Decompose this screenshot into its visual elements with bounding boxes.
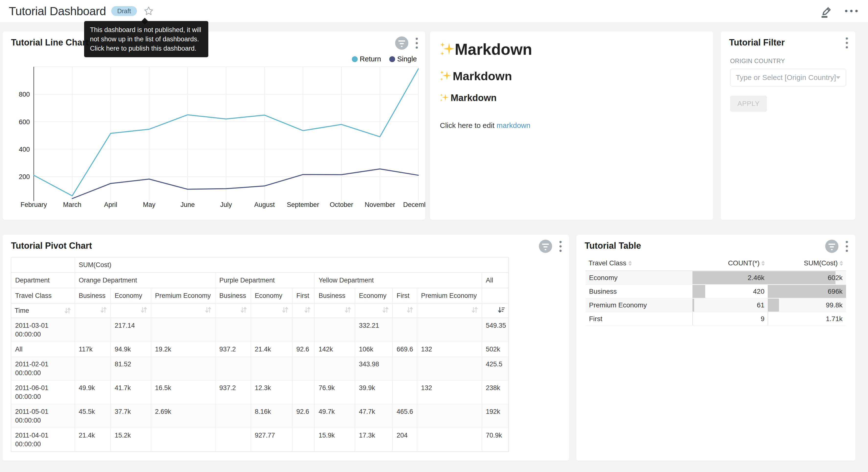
pivot-cell: 502k [482, 342, 508, 357]
markdown-h3: Markdown [440, 93, 703, 103]
table-row[interactable]: Business420696k [586, 285, 846, 298]
pivot-chart-title: Tutorial Pivot Chart [11, 241, 92, 251]
svg-text:June: June [181, 201, 195, 208]
pivot-cell [292, 381, 315, 404]
pivot-cell [215, 357, 251, 381]
sort-icon[interactable] [471, 306, 478, 314]
pivot-row-label: 2011-04-01 00:00:00 [11, 428, 75, 452]
pivot-cell [151, 357, 215, 381]
pivot-cell [417, 318, 482, 342]
page-title: Tutorial Dashboard [9, 4, 106, 18]
svg-text:200: 200 [19, 173, 30, 180]
pivot-department-row: Department Orange Department Purple Depa… [11, 273, 508, 288]
sort-icon[interactable] [382, 306, 389, 314]
markdown-paragraph: Click here to edit markdown [440, 121, 703, 129]
pivot-cell [393, 357, 417, 381]
column-header-travel-class[interactable]: Travel Class [586, 256, 692, 271]
sort-icon[interactable] [240, 306, 247, 314]
line-chart-canvas[interactable]: 200400600800FebruaryMarchAprilMayJuneJul… [11, 56, 425, 217]
select-placeholder: Type or Select [Origin Country] [736, 73, 836, 82]
svg-text:800: 800 [19, 91, 30, 98]
pivot-metric-row: SUM(Cost) [11, 258, 508, 273]
cell-value: 99.8k [771, 301, 843, 309]
table-row[interactable]: First91.71k [586, 312, 846, 326]
pivot-row: 2011-06-01 00:00:0049.9k41.7k16.5k937.21… [11, 381, 508, 404]
pivot-cell [151, 318, 215, 342]
pivot-cell [417, 404, 482, 428]
pivot-cell: 19.2k [151, 342, 215, 357]
sort-descending-active-icon[interactable] [498, 306, 505, 314]
pivot-cell [417, 428, 482, 452]
pivot-cell: 238k [482, 381, 508, 404]
apply-button[interactable]: APPLY [730, 96, 767, 112]
value-bar [692, 299, 694, 312]
svg-text:July: July [220, 201, 232, 208]
svg-text:April: April [104, 201, 117, 208]
pivot-row: 2011-04-01 00:00:0021.4k15.2k927.7715.9k… [11, 428, 508, 452]
pivot-cell: 92.6 [292, 404, 315, 428]
publish-tooltip: This dashboard is not published, it will… [84, 21, 208, 57]
sort-icon[interactable] [64, 307, 71, 314]
cross-filter-icon[interactable] [395, 36, 408, 50]
sort-icon[interactable] [406, 306, 413, 314]
pivot-cell: 117k [75, 342, 111, 357]
sort-icon[interactable] [205, 306, 212, 314]
dashboard-header: Tutorial Dashboard Draft [0, 0, 868, 22]
column-header-sum-cost[interactable]: SUM(Cost) [768, 256, 846, 271]
pivot-cell: 204 [393, 428, 417, 452]
draft-status-badge[interactable]: Draft [111, 6, 137, 16]
sort-icon[interactable] [344, 306, 351, 314]
pivot-cell: 549.35 [482, 318, 508, 342]
pivot-row-label: All [11, 342, 75, 357]
table-row[interactable]: Economy2.46k602k [586, 271, 846, 285]
edit-dashboard-icon[interactable] [819, 4, 833, 18]
sort-carets-icon [762, 261, 765, 266]
pivot-cell: 332.21 [355, 318, 393, 342]
pivot-table: SUM(Cost) Department Orange Department P… [11, 257, 509, 452]
pivot-cell: 70.9k [482, 428, 508, 452]
cross-filter-icon[interactable] [825, 240, 838, 253]
column-header-count[interactable]: COUNT(*) [692, 256, 768, 271]
edit-markdown-link[interactable]: markdown [497, 121, 530, 129]
origin-country-select[interactable]: Type or Select [Origin Country] [730, 69, 846, 86]
pivot-row: 2011-03-01 00:00:00217.14332.21549.35 [11, 318, 508, 342]
sort-icon[interactable] [140, 306, 148, 314]
pivot-cell: 17.3k [355, 428, 393, 452]
markdown-panel: Markdown Markdown Markdown Click here to… [430, 32, 713, 220]
pivot-travel-class-row: Travel Class Business Economy Premium Ec… [11, 288, 508, 304]
pivot-time-label: Time [15, 306, 29, 315]
chart-kebab-menu-icon[interactable] [415, 37, 419, 50]
pivot-cell [292, 318, 315, 342]
cell-value: 9 [696, 315, 765, 323]
sort-icon[interactable] [304, 306, 311, 314]
chart-kebab-menu-icon[interactable] [558, 240, 563, 253]
pivot-cell: 92.6 [292, 342, 315, 357]
pivot-cell [251, 318, 292, 342]
pivot-cell: 94.9k [111, 342, 151, 357]
sort-icon[interactable] [100, 306, 107, 314]
dashboard-menu-icon[interactable] [845, 10, 858, 12]
pivot-cell: 937.2 [215, 342, 251, 357]
data-table: Travel Class COUNT(*) SUM(Cost) Economy2… [586, 256, 846, 326]
pivot-cell [75, 357, 111, 381]
tooltip-text: This dashboard is not published, it will… [90, 26, 201, 52]
pivot-row: All117k94.9k19.2k937.221.4k92.6142k106k6… [11, 342, 508, 357]
svg-text:October: October [330, 201, 353, 208]
svg-text:August: August [254, 201, 275, 208]
sort-icon[interactable] [281, 306, 289, 314]
table-title: Tutorial Table [585, 241, 641, 251]
markdown-h2: Markdown [440, 69, 703, 83]
pivot-cell [292, 357, 315, 381]
favorite-star-icon[interactable] [143, 6, 154, 16]
chart-kebab-menu-icon[interactable] [845, 240, 849, 253]
pivot-cell [417, 357, 482, 381]
table-header-row: Travel Class COUNT(*) SUM(Cost) [586, 256, 846, 271]
pivot-cell: 47.7k [355, 404, 393, 428]
cell-value: 2.46k [696, 274, 765, 282]
pivot-cell [393, 381, 417, 404]
pivot-cell: 343.98 [355, 357, 393, 381]
table-row[interactable]: Premium Economy6199.8k [586, 298, 846, 312]
cross-filter-icon[interactable] [539, 240, 552, 253]
pivot-cell [215, 318, 251, 342]
filter-kebab-menu-icon[interactable] [845, 36, 849, 50]
